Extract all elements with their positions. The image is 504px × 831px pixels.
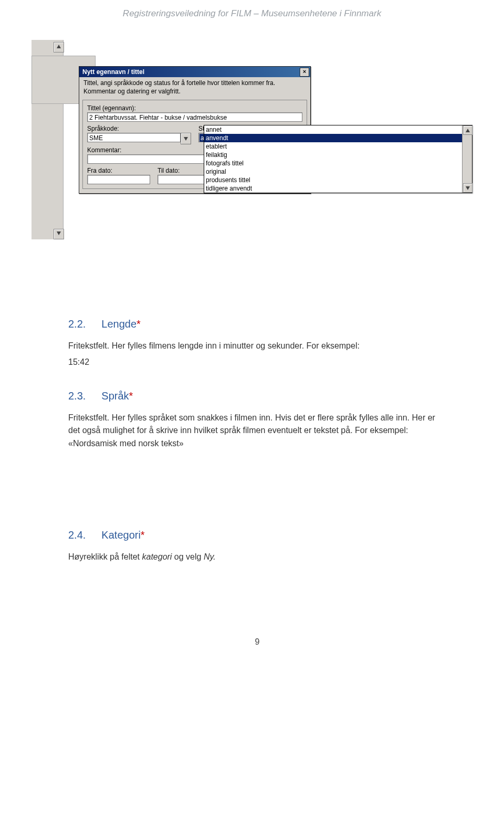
scroll-down-button[interactable] (54, 229, 64, 239)
para-2-4-a: Høyreklikk på feltet (68, 552, 142, 561)
heading-2-3: 2.3.Språk* (68, 390, 446, 402)
input-sprakkode[interactable]: SME (87, 133, 181, 142)
combo-sprakkode[interactable]: SME (87, 133, 191, 144)
input-kommentar[interactable] (87, 154, 216, 164)
list-scrollbar[interactable] (462, 125, 472, 193)
input-fra[interactable] (87, 175, 150, 184)
dialog-desc-line2: Kommentar og datering er valgfritt. (83, 88, 306, 96)
dialog-titlebar[interactable]: Nytt egennavn / tittel × (79, 67, 310, 77)
dropdown-item[interactable]: tidligere anvendt (204, 184, 472, 193)
list-scroll-down[interactable] (463, 183, 472, 193)
heading-num: 2.3. (68, 390, 86, 402)
para-2-2-b: 15:42 (68, 356, 446, 369)
page-header: Registreringsveiledning for FILM – Museu… (0, 0, 504, 40)
list-scroll-up[interactable] (463, 125, 472, 135)
para-2-4-c: og velg (172, 552, 203, 561)
heading-star: * (129, 390, 133, 402)
document-body: 2.2.Lengde* Fritekstfelt. Her fylles fil… (68, 318, 446, 647)
para-2-3: Fritekstfelt. Her fylles språket som sna… (68, 412, 446, 450)
para-2-4: Høyreklikk på feltet kategori og velg Ny… (68, 551, 446, 564)
heading-2-2: 2.2.Lengde* (68, 318, 446, 330)
page-number: 9 (68, 637, 446, 647)
input-tittel[interactable]: 2 Fiehtarbuvssat. Fiehtar - bukse / vadm… (87, 112, 302, 122)
heading-title: Kategori (101, 529, 141, 541)
para-2-4-b: kategori (142, 552, 172, 561)
dropdown-item[interactable]: original (204, 167, 472, 176)
status-dropdown-list[interactable]: annetanvendtetablertfeilaktigfotografs t… (204, 125, 472, 193)
close-button[interactable]: × (300, 68, 309, 77)
heading-2-4: 2.4.Kategori* (68, 529, 446, 541)
dropdown-item[interactable]: feilaktig (204, 151, 472, 159)
para-2-2-a: Fritekstfelt. Her fylles filmens lengde … (68, 340, 446, 353)
heading-num: 2.4. (68, 529, 86, 541)
heading-title: Språk (101, 390, 129, 402)
dialog-description: Tittel, angi språkkode og status for å f… (79, 77, 310, 100)
dropdown-item[interactable]: etablert (204, 142, 472, 151)
dialog-desc-line1: Tittel, angi språkkode og status for å f… (83, 79, 306, 88)
heading-num: 2.2. (68, 318, 86, 330)
heading-title: Lengde (101, 318, 136, 330)
label-sprakkode: Språkkode: (87, 125, 191, 132)
heading-star: * (141, 529, 145, 541)
dropdown-button-sprakkode[interactable] (181, 133, 191, 144)
para-2-4-d: Ny. (204, 552, 216, 561)
heading-star: * (136, 318, 141, 330)
dropdown-item[interactable]: produsents tittel (204, 176, 472, 184)
screenshot-area: Nytt egennavn / tittel × Tittel, angi sp… (32, 40, 478, 255)
dropdown-item[interactable]: fotografs tittel (204, 159, 472, 167)
dropdown-item[interactable]: annet (204, 125, 472, 134)
scroll-up-button[interactable] (54, 42, 64, 52)
dropdown-item[interactable]: anvendt (204, 134, 472, 142)
label-fra: Fra dato: (87, 167, 150, 174)
dialog-title: Nytt egennavn / tittel (82, 68, 144, 76)
label-tittel: Tittel (egennavn): (87, 104, 302, 112)
